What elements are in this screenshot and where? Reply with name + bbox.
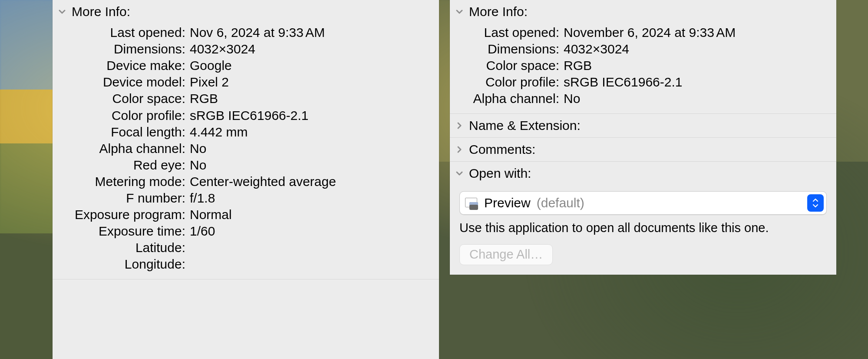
open-with-body: Preview (default) Use this application t… (450, 185, 836, 275)
info-label: Red eye: (59, 157, 185, 173)
info-row-color-profile: Color profile: sRGB IEC61966-2.1 (456, 74, 830, 90)
chevron-down-icon (57, 7, 67, 17)
name-extension-header[interactable]: Name & Extension: (450, 113, 836, 137)
chevron-down-icon (454, 7, 465, 17)
info-label: Last opened: (59, 24, 185, 41)
info-row-exposure-time: Exposure time: 1/60 (59, 223, 433, 239)
chevron-right-icon (454, 120, 465, 131)
info-row-metering-mode: Metering mode: Center-weighted average (59, 173, 433, 190)
info-value: Normal (190, 206, 433, 223)
name-extension-title: Name & Extension: (469, 117, 581, 134)
info-value: 1/60 (190, 223, 433, 239)
open-with-default-suffix: (default) (537, 195, 584, 211)
info-label: Focal length: (59, 124, 185, 140)
info-label: Color space: (456, 57, 559, 74)
info-value: No (190, 140, 433, 157)
open-with-header[interactable]: Open with: (450, 161, 836, 185)
info-row-color-space: Color space: RGB (456, 57, 830, 74)
comments-header[interactable]: Comments: (450, 137, 836, 161)
info-value: 4032×3024 (564, 41, 830, 57)
info-value: No (190, 157, 433, 173)
info-label: Exposure program: (59, 206, 185, 223)
info-row-alpha-channel: Alpha channel: No (456, 90, 830, 107)
info-label: Color profile: (59, 107, 185, 124)
info-value: sRGB IEC61966-2.1 (564, 74, 830, 90)
info-row-last-opened: Last opened: Nov 6, 2024 at 9:33 AM (59, 24, 433, 41)
info-label: Device model: (59, 74, 185, 90)
more-info-title: More Info: (72, 3, 130, 20)
info-label: Latitude: (59, 239, 185, 256)
info-panel-left: More Info: Last opened: Nov 6, 2024 at 9… (53, 0, 439, 359)
info-row-last-opened: Last opened: November 6, 2024 at 9:33 AM (456, 24, 830, 41)
more-info-body: Last opened: Nov 6, 2024 at 9:33 AM Dime… (53, 23, 439, 279)
info-label: Metering mode: (59, 173, 185, 190)
info-value: November 6, 2024 at 9:33 AM (564, 24, 830, 41)
info-label: Dimensions: (59, 41, 185, 57)
chevron-down-icon (454, 168, 465, 179)
preview-app-icon (464, 195, 480, 211)
info-label: Dimensions: (456, 41, 559, 57)
info-value: Google (190, 57, 433, 74)
more-info-title: More Info: (469, 3, 528, 20)
updown-icon (807, 194, 824, 212)
info-row-f-number: F number: f/1.8 (59, 190, 433, 206)
info-row-dimensions: Dimensions: 4032×3024 (456, 41, 830, 57)
info-value (190, 256, 433, 273)
info-value: RGB (564, 57, 830, 74)
info-value: 4032×3024 (190, 41, 433, 57)
open-with-title: Open with: (469, 165, 531, 182)
open-with-select[interactable]: Preview (default) (459, 191, 827, 215)
section-divider (53, 279, 439, 279)
more-info-body: Last opened: November 6, 2024 at 9:33 AM… (450, 23, 836, 113)
info-label: Device make: (59, 57, 185, 74)
info-row-dimensions: Dimensions: 4032×3024 (59, 41, 433, 57)
info-value: f/1.8 (190, 190, 433, 206)
comments-title: Comments: (469, 141, 535, 158)
info-row-exposure-program: Exposure program: Normal (59, 206, 433, 223)
info-row-focal-length: Focal length: 4.442 mm (59, 124, 433, 140)
chevron-right-icon (454, 144, 465, 155)
open-with-app-name: Preview (484, 195, 531, 211)
info-row-red-eye: Red eye: No (59, 157, 433, 173)
more-info-header[interactable]: More Info: (53, 0, 439, 23)
info-value: Nov 6, 2024 at 9:33 AM (190, 24, 433, 41)
info-row-device-model: Device model: Pixel 2 (59, 74, 433, 90)
info-row-color-space: Color space: RGB (59, 90, 433, 107)
info-label: Longitude: (59, 256, 185, 273)
info-label: Alpha channel: (59, 140, 185, 157)
info-row-color-profile: Color profile: sRGB IEC61966-2.1 (59, 107, 433, 124)
info-label: Color profile: (456, 74, 559, 90)
more-info-header[interactable]: More Info: (450, 0, 836, 23)
info-value: sRGB IEC61966-2.1 (190, 107, 433, 124)
info-row-alpha-channel: Alpha channel: No (59, 140, 433, 157)
info-row-device-make: Device make: Google (59, 57, 433, 74)
info-row-longitude: Longitude: (59, 256, 433, 273)
info-label: Exposure time: (59, 223, 185, 239)
info-label: Alpha channel: (456, 90, 559, 107)
info-value: No (564, 90, 830, 107)
change-all-label: Change All… (469, 246, 543, 263)
info-label: F number: (59, 190, 185, 206)
change-all-button[interactable]: Change All… (459, 244, 553, 265)
info-value: 4.442 mm (190, 124, 433, 140)
info-label: Color space: (59, 90, 185, 107)
info-value (190, 239, 433, 256)
info-value: Pixel 2 (190, 74, 433, 90)
info-value: RGB (190, 90, 433, 107)
info-row-latitude: Latitude: (59, 239, 433, 256)
open-with-hint: Use this application to open all documen… (459, 220, 827, 236)
info-panel-right: More Info: Last opened: November 6, 2024… (450, 0, 836, 275)
info-value: Center-weighted average (190, 173, 433, 190)
info-label: Last opened: (456, 24, 559, 41)
